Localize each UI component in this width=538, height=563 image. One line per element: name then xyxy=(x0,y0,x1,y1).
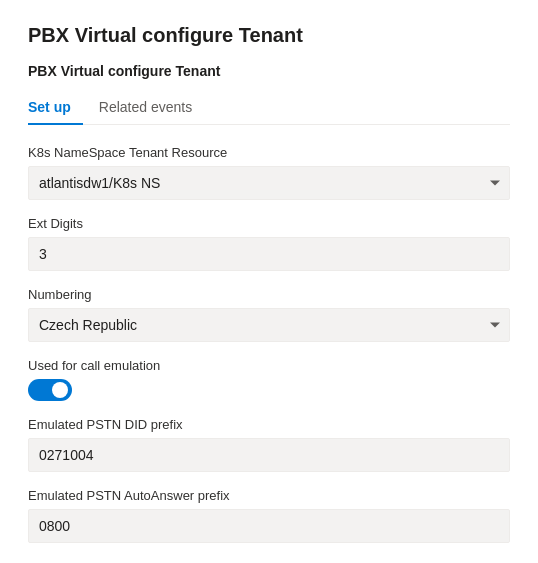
ext-digits-group: Ext Digits xyxy=(28,216,510,271)
numbering-select-wrapper: Czech Republic xyxy=(28,308,510,342)
tab-setup[interactable]: Set up xyxy=(28,91,83,125)
call-emulation-group: Used for call emulation xyxy=(28,358,510,401)
k8s-namespace-group: K8s NameSpace Tenant Resource atlantisdw… xyxy=(28,145,510,200)
ext-digits-input[interactable] xyxy=(28,237,510,271)
toggle-slider xyxy=(28,379,72,401)
pstn-autoanswer-prefix-input[interactable] xyxy=(28,509,510,543)
k8s-namespace-select[interactable]: atlantisdw1/K8s NS xyxy=(28,166,510,200)
pstn-did-prefix-input[interactable] xyxy=(28,438,510,472)
k8s-namespace-label: K8s NameSpace Tenant Resource xyxy=(28,145,510,160)
tab-related-events[interactable]: Related events xyxy=(99,91,204,125)
k8s-namespace-select-wrapper: atlantisdw1/K8s NS xyxy=(28,166,510,200)
page-title: PBX Virtual configure Tenant xyxy=(28,24,510,47)
numbering-label: Numbering xyxy=(28,287,510,302)
form-container: K8s NameSpace Tenant Resource atlantisdw… xyxy=(28,145,510,543)
numbering-group: Numbering Czech Republic xyxy=(28,287,510,342)
section-subtitle: PBX Virtual configure Tenant xyxy=(28,63,510,79)
pstn-autoanswer-prefix-label: Emulated PSTN AutoAnswer prefix xyxy=(28,488,510,503)
tabs-nav: Set up Related events xyxy=(28,91,510,125)
pstn-did-prefix-label: Emulated PSTN DID prefix xyxy=(28,417,510,432)
pstn-did-prefix-group: Emulated PSTN DID prefix xyxy=(28,417,510,472)
numbering-select[interactable]: Czech Republic xyxy=(28,308,510,342)
pstn-autoanswer-prefix-group: Emulated PSTN AutoAnswer prefix xyxy=(28,488,510,543)
ext-digits-label: Ext Digits xyxy=(28,216,510,231)
call-emulation-toggle[interactable] xyxy=(28,379,72,401)
call-emulation-label: Used for call emulation xyxy=(28,358,510,373)
